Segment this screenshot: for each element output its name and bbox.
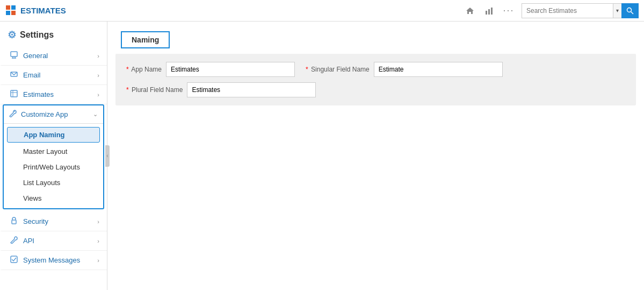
gear-icon: ⚙ [8, 29, 16, 41]
svg-rect-19 [12, 220, 16, 224]
search-input[interactable] [522, 3, 613, 18]
chart-icon [485, 6, 494, 15]
chevron-icon: › [97, 238, 99, 244]
app-name-field: * App Name [126, 62, 295, 77]
naming-form: * App Name * Singular Field Name [115, 54, 636, 105]
customize-app-section: Customize App ⌄ App Naming Master Layout… [3, 104, 104, 209]
customize-app-submenu: App Naming Master Layout Print/Web Layou… [4, 124, 103, 208]
form-row-1: * App Name * Singular Field Name [126, 62, 625, 77]
search-dropdown-button[interactable]: ▾ [613, 3, 621, 18]
content-area: Naming * App Name * [107, 22, 644, 290]
sidebar-item-estimates[interactable]: Estimates › [0, 85, 107, 104]
sidebar-item-general[interactable]: General › [0, 46, 107, 66]
chart-button[interactable] [482, 3, 497, 18]
sidebar-item-customize-app[interactable]: Customize App ⌄ [4, 105, 103, 124]
more-button[interactable]: ··· [501, 3, 516, 18]
sidebar-item-security-label: Security [23, 217, 48, 225]
sidebar-item-general-label: General [23, 52, 48, 60]
more-icon: ··· [503, 5, 514, 16]
submenu-item-list-layouts[interactable]: List Layouts [4, 175, 103, 190]
singular-field-name-input[interactable] [374, 62, 503, 77]
plural-field-name-label: * Plural Field Name [126, 86, 183, 94]
svg-rect-20 [11, 256, 17, 263]
svg-rect-0 [6, 5, 10, 10]
singular-field-name-field: * Singular Field Name [306, 62, 503, 77]
table-icon [9, 90, 19, 99]
svg-line-9 [631, 11, 634, 14]
top-nav: ESTIMATES ··· ▾ [0, 0, 644, 22]
home-icon [466, 6, 474, 15]
grid-icon [5, 5, 17, 17]
checkbox-icon [9, 256, 19, 265]
plural-field-name-input[interactable] [187, 82, 316, 97]
sidebar-item-estimates-label: Estimates [23, 90, 54, 98]
svg-rect-5 [486, 11, 487, 15]
monitor-icon [9, 51, 19, 60]
svg-rect-6 [488, 9, 490, 15]
submenu-item-print-web-layouts[interactable]: Print/Web Layouts [4, 159, 103, 175]
svg-rect-15 [11, 90, 17, 97]
sidebar-item-system-messages[interactable]: System Messages › [0, 251, 107, 270]
submenu-item-master-layout[interactable]: Master Layout [4, 144, 103, 159]
app-name-input[interactable] [166, 62, 295, 77]
lock-icon [9, 217, 19, 226]
chevron-icon: › [97, 91, 99, 98]
sidebar-item-email-label: Email [23, 71, 41, 79]
search-icon [626, 7, 634, 15]
svg-point-8 [627, 8, 632, 12]
sidebar-item-system-messages-label: System Messages [23, 256, 80, 264]
email-icon [9, 70, 19, 80]
plural-field-name-field: * Plural Field Name [126, 82, 316, 97]
sidebar-item-api[interactable]: API › [0, 231, 107, 251]
search-button[interactable] [621, 3, 639, 18]
home-button[interactable] [462, 3, 477, 18]
search-wrap: ▾ [522, 3, 639, 18]
app-logo: ESTIMATES [5, 5, 66, 17]
svg-rect-1 [11, 5, 16, 10]
sidebar-item-api-label: API [23, 237, 34, 245]
form-row-2: * Plural Field Name [126, 82, 625, 97]
svg-rect-10 [11, 52, 17, 56]
submenu-item-app-naming[interactable]: App Naming [7, 127, 100, 143]
svg-rect-2 [6, 11, 10, 15]
sidebar-item-security[interactable]: Security › [0, 212, 107, 231]
top-nav-icons: ··· [462, 3, 516, 18]
app-name-label: * App Name [126, 66, 162, 73]
tab-bar: Naming [107, 22, 644, 54]
chevron-icon: › [97, 53, 99, 59]
chevron-icon: › [97, 218, 99, 225]
customize-app-label: Customize App [21, 110, 68, 118]
svg-rect-7 [491, 8, 493, 15]
sidebar-toggle[interactable]: ‹ [105, 145, 110, 167]
submenu-item-views[interactable]: Views [4, 190, 103, 206]
svg-rect-3 [11, 11, 16, 15]
sidebar: ⚙ Settings General › Email › Estimates › [0, 22, 107, 290]
svg-point-18 [14, 111, 15, 112]
chevron-down-icon: ⌄ [93, 111, 98, 118]
wrench2-icon [9, 236, 19, 245]
svg-marker-4 [466, 8, 474, 14]
content-inner: Naming * App Name * [107, 22, 644, 290]
sidebar-item-email[interactable]: Email › [0, 66, 107, 85]
chevron-icon: › [97, 257, 99, 264]
sidebar-title: ⚙ Settings [0, 22, 107, 46]
singular-field-name-label: * Singular Field Name [306, 66, 370, 73]
main-layout: ⚙ Settings General › Email › Estimates › [0, 22, 644, 290]
chevron-icon: › [97, 72, 99, 79]
tab-naming[interactable]: Naming [121, 31, 170, 48]
wrench-icon [9, 110, 17, 119]
app-title: ESTIMATES [20, 6, 66, 15]
